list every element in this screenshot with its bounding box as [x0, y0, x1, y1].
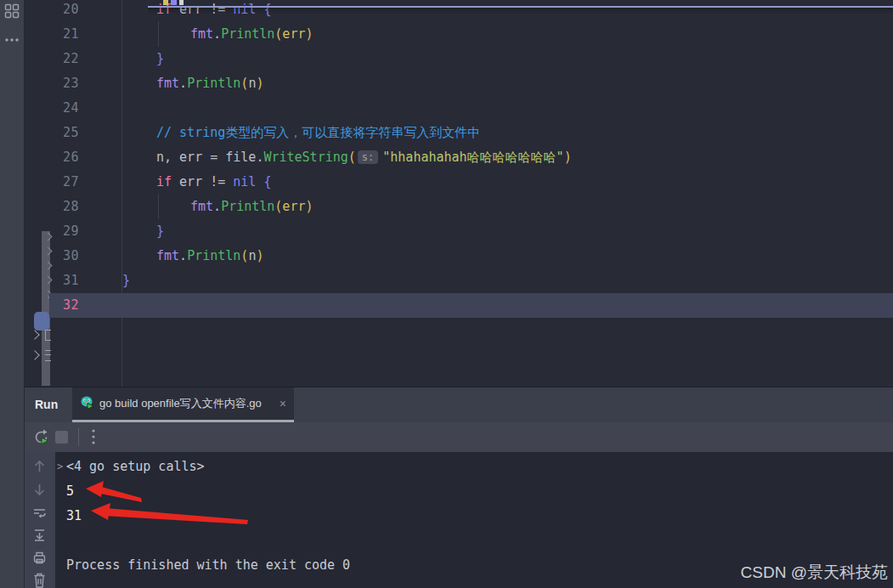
code-line: 25// string类型的写入，可以直接将字符串写入到文件中	[49, 121, 893, 145]
code-text: // string类型的写入，可以直接将字符串写入到文件中	[122, 121, 480, 145]
tool-window-stripe	[0, 0, 25, 588]
fold-spacer	[55, 529, 66, 553]
code-token: .	[213, 26, 221, 42]
clipped-code-fragment	[171, 0, 177, 5]
code-text: fmt.Println(err)	[122, 195, 314, 219]
line-number[interactable]: 25	[49, 121, 85, 145]
tree-expand-icon[interactable]	[30, 330, 39, 339]
code-line: 24	[49, 96, 893, 121]
code-line: 27if err != nil {	[49, 170, 893, 195]
line-number[interactable]: 32	[49, 293, 85, 318]
line-number[interactable]: 27	[49, 170, 85, 195]
code-line: 29}	[49, 219, 893, 244]
prev-occurrence-icon[interactable]	[32, 459, 47, 477]
print-icon[interactable]	[32, 551, 47, 568]
code-token: nil	[233, 174, 256, 189]
line-number[interactable]: 20	[49, 0, 85, 22]
clipped-code-fragment	[179, 0, 184, 5]
soft-wrap-icon[interactable]	[32, 506, 47, 523]
code-text	[122, 96, 156, 121]
project-structure-icon[interactable]	[4, 3, 20, 19]
clipped-code-fragment	[163, 0, 168, 5]
line-number[interactable]: 21	[49, 22, 85, 47]
console-text: <4 go setup calls>	[66, 455, 205, 479]
go-run-configuration-icon	[80, 395, 94, 413]
line-number[interactable]: 28	[49, 195, 85, 219]
code-token: err !=	[172, 174, 233, 189]
code-token: Println	[187, 76, 240, 91]
code-token: (	[348, 150, 356, 165]
code-token: fmt	[190, 199, 213, 214]
code-text: n, err = file.WriteString(s:"hhahahahah哈…	[122, 145, 572, 170]
tree-item-icon	[45, 350, 51, 361]
code-token: }	[156, 223, 164, 239]
close-icon[interactable]: ×	[274, 398, 286, 410]
console-output: ><4 go setup calls>531Process finished w…	[55, 455, 893, 578]
code-token: )	[256, 76, 263, 91]
line-number[interactable]: 29	[49, 219, 85, 244]
code-token: fmt	[156, 248, 179, 263]
code-token: // string类型的写入，可以直接将字符串写入到文件中	[156, 125, 480, 140]
code-text: }	[122, 219, 164, 244]
watermark: CSDN @景天科技苑	[741, 562, 888, 584]
next-occurrence-icon[interactable]	[32, 483, 47, 500]
console-line	[55, 529, 893, 553]
project-panel-scrollbar-thumb[interactable]	[34, 312, 49, 331]
ide-window: 20if err != nil {21fmt.Println(err)22}23…	[0, 0, 893, 588]
code-token: n, err = file.	[156, 150, 263, 165]
code-token: Println	[221, 199, 274, 214]
console-text: 31	[66, 504, 82, 529]
code-line: 31}	[49, 269, 893, 293]
code-token: .	[179, 248, 187, 263]
run-panel-header: Run go build openfile写入文件内容.go ×	[24, 387, 893, 422]
code-text: fmt.Println(n)	[122, 71, 263, 96]
code-text: fmt.Println(err)	[122, 22, 314, 47]
more-tool-windows-icon[interactable]	[4, 32, 20, 48]
run-toolbar	[24, 422, 893, 452]
fold-spacer	[55, 553, 66, 578]
code-token: (err)	[274, 26, 313, 42]
rerun-icon[interactable]	[32, 428, 50, 449]
more-options-icon[interactable]	[85, 427, 102, 449]
line-number[interactable]: 31	[49, 269, 85, 293]
run-tab[interactable]: go build openfile写入文件内容.go ×	[72, 387, 294, 422]
code-token: .	[179, 76, 187, 91]
line-number[interactable]: 26	[49, 145, 85, 170]
tree-expand-icon[interactable]	[30, 350, 39, 359]
code-token: )	[564, 150, 572, 165]
code-line: 21fmt.Println(err)	[49, 22, 893, 47]
console-line: 31	[55, 504, 893, 529]
line-number[interactable]: 22	[49, 47, 85, 71]
code-token: {	[256, 174, 271, 189]
console-line: ><4 go setup calls>	[55, 455, 893, 479]
code-line: 28fmt.Println(err)	[49, 195, 893, 219]
parameter-hint-inlay: s:	[358, 150, 378, 164]
clear-console-icon[interactable]	[32, 572, 47, 588]
line-number[interactable]: 24	[49, 96, 85, 121]
run-tab-title: go build openfile写入文件内容.go	[99, 396, 262, 411]
line-number[interactable]: 23	[49, 71, 85, 96]
code-text: }	[122, 47, 164, 71]
code-line: 32	[49, 293, 893, 318]
tree-item-icon	[45, 330, 51, 341]
code-token: "hhahahahah哈哈哈哈哈哈哈"	[382, 150, 563, 165]
run-tool-window-title: Run	[35, 387, 58, 422]
code-token: (err)	[274, 199, 313, 214]
code-line: 26n, err = file.WriteString(s:"hhahahaha…	[49, 145, 893, 170]
console-line: 5	[55, 479, 893, 504]
fold-spacer	[55, 504, 66, 529]
toolbar-separator	[78, 428, 79, 446]
code-token: )	[256, 248, 263, 263]
fold-spacer	[55, 479, 66, 504]
code-token: fmt	[156, 76, 179, 91]
scroll-to-end-icon[interactable]	[32, 528, 47, 546]
code-token: }	[156, 51, 164, 66]
code-line: 30fmt.Println(n)	[49, 244, 893, 269]
line-number[interactable]: 30	[49, 244, 85, 269]
stop-icon[interactable]	[55, 431, 68, 444]
console-gutter	[24, 452, 55, 588]
code-lines: 20if err != nil {21fmt.Println(err)22}23…	[49, 0, 893, 318]
code-token: fmt	[190, 26, 213, 42]
fold-chevron-icon[interactable]: >	[55, 455, 66, 479]
editor-area[interactable]: 20if err != nil {21fmt.Println(err)22}23…	[25, 0, 893, 387]
